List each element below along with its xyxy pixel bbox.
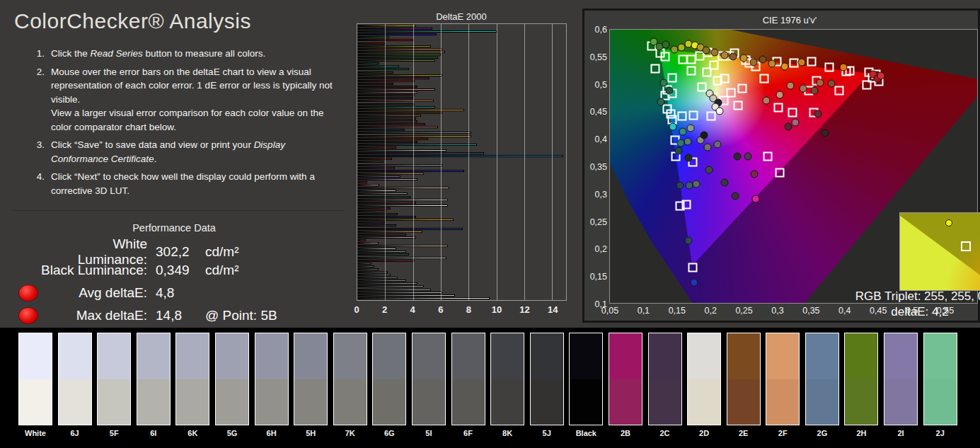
deltae-error-bar[interactable] <box>357 117 416 120</box>
deltae-error-bar[interactable] <box>357 292 442 294</box>
deltae-error-bar[interactable] <box>357 213 398 215</box>
deltae-error-bar[interactable] <box>357 68 409 70</box>
deltae-error-bar[interactable] <box>357 263 371 265</box>
deltae-error-bar[interactable] <box>357 28 432 30</box>
comparator-swatch[interactable]: 2E <box>727 333 761 440</box>
deltae-error-bar[interactable] <box>357 280 406 282</box>
comparator-swatch[interactable]: 5F <box>97 333 131 440</box>
deltae-error-bar[interactable] <box>357 88 435 91</box>
deltae-error-bar[interactable] <box>357 285 424 287</box>
deltae-error-bar[interactable] <box>357 51 445 53</box>
deltae-error-bar[interactable] <box>357 268 379 270</box>
deltae-error-bar[interactable] <box>357 141 417 143</box>
deltae-error-bar[interactable] <box>357 144 477 146</box>
comparator-swatch[interactable]: 6H <box>255 333 289 440</box>
deltae-error-bar[interactable] <box>357 77 430 79</box>
deltae-error-bar[interactable] <box>357 54 441 56</box>
deltae-error-bar[interactable] <box>357 219 454 221</box>
deltae-error-bar[interactable] <box>357 152 484 154</box>
deltae-error-bar[interactable] <box>357 33 437 35</box>
deltae-error-bar[interactable] <box>357 173 424 175</box>
deltae-error-bar[interactable] <box>357 129 405 131</box>
deltae-error-bar[interactable] <box>357 94 415 96</box>
deltae-error-bar[interactable] <box>357 245 448 247</box>
deltae-error-bar[interactable] <box>357 48 442 50</box>
deltae-error-bar[interactable] <box>357 62 379 64</box>
deltae-error-bar[interactable] <box>357 228 463 230</box>
deltae-error-bar[interactable] <box>357 251 406 253</box>
deltae-error-bar[interactable] <box>357 210 386 212</box>
deltae-error-bar[interactable] <box>357 248 396 250</box>
deltae-error-bar[interactable] <box>357 86 417 88</box>
deltae-error-bar[interactable] <box>357 115 421 117</box>
deltae-error-bar[interactable] <box>357 196 410 198</box>
comparator-swatch[interactable]: Black <box>569 333 603 440</box>
deltae-error-bar[interactable] <box>357 123 425 125</box>
comparator-swatch[interactable]: 6G <box>372 333 406 440</box>
deltae-error-bar[interactable] <box>357 187 449 189</box>
deltae-error-bar[interactable] <box>357 265 374 268</box>
deltae-error-bar[interactable] <box>357 176 400 178</box>
deltae-error-bar[interactable] <box>357 207 391 209</box>
comparator-swatch[interactable]: 2I <box>884 333 918 440</box>
comparator-swatch[interactable]: 5H <box>294 333 328 440</box>
deltae-error-bar[interactable] <box>357 224 396 226</box>
deltae-error-bar[interactable] <box>357 205 448 207</box>
comparator-swatch[interactable]: 2D <box>687 333 721 440</box>
deltae-error-bar[interactable] <box>357 109 464 111</box>
deltae-error-bar[interactable] <box>357 222 385 224</box>
deltae-error-bar[interactable] <box>357 260 415 262</box>
comparator-swatch[interactable]: 2J <box>923 333 957 440</box>
deltae-error-bar[interactable] <box>357 36 389 38</box>
deltae-error-bar[interactable] <box>357 30 497 33</box>
deltae-error-bar[interactable] <box>357 132 471 134</box>
deltae-error-bar[interactable] <box>357 158 392 160</box>
deltae-error-bar[interactable] <box>357 202 416 204</box>
deltae-error-bar[interactable] <box>357 120 417 122</box>
deltae-error-bar[interactable] <box>357 74 442 76</box>
comparator-swatch[interactable]: White <box>18 333 52 440</box>
deltae-error-bar[interactable] <box>357 216 416 218</box>
deltae-error-bar[interactable] <box>357 42 385 45</box>
deltae-error-bar[interactable] <box>357 91 417 93</box>
deltae-error-bar[interactable] <box>357 257 446 259</box>
deltae-error-bar[interactable] <box>357 282 417 285</box>
deltae-error-bar[interactable] <box>357 164 442 166</box>
comparator-swatch[interactable]: 2F <box>766 333 800 440</box>
deltae-error-bar[interactable] <box>357 271 388 273</box>
deltae-error-bar[interactable] <box>357 277 398 279</box>
deltae-error-bar[interactable] <box>357 181 367 183</box>
comparator-swatch[interactable]: 2C <box>648 333 682 440</box>
deltae-error-bar[interactable] <box>357 253 409 255</box>
deltae-error-bar[interactable] <box>357 274 391 276</box>
deltae-error-bar[interactable] <box>357 294 455 297</box>
deltae-error-bar[interactable] <box>357 149 446 151</box>
deltae-error-bar[interactable] <box>357 80 415 82</box>
deltae-error-bar[interactable] <box>357 239 366 241</box>
deltae-error-bar[interactable] <box>357 155 563 157</box>
deltae-error-bar[interactable] <box>357 184 379 186</box>
comparator-swatch[interactable]: 5I <box>412 333 446 440</box>
comparator-swatch[interactable]: 7K <box>333 333 367 440</box>
comparator-swatch[interactable]: 2G <box>805 333 839 440</box>
deltae-error-bar[interactable] <box>357 57 438 59</box>
deltae-error-bar[interactable] <box>357 193 408 195</box>
deltae-error-bar[interactable] <box>357 106 435 108</box>
deltae-error-bar[interactable] <box>357 167 395 169</box>
comparator-swatch[interactable]: 5G <box>215 333 249 440</box>
deltae-error-bar[interactable] <box>357 190 396 192</box>
deltae-error-bar[interactable] <box>357 135 471 137</box>
deltae-error-bar[interactable] <box>357 103 415 105</box>
deltae-error-bar[interactable] <box>357 100 434 102</box>
comparator-swatch[interactable]: 5J <box>530 333 564 440</box>
deltae-error-bar[interactable] <box>357 289 431 291</box>
deltae-error-bar[interactable] <box>357 83 393 85</box>
comparator-swatch[interactable]: 6K <box>175 333 209 440</box>
deltae-error-bar[interactable] <box>357 25 416 27</box>
comparator-swatch[interactable]: 8K <box>490 333 524 440</box>
deltae-error-bar[interactable] <box>357 242 379 244</box>
deltae-error-bar[interactable] <box>357 39 413 41</box>
deltae-error-bar[interactable] <box>357 199 448 201</box>
deltae-error-bar[interactable] <box>357 126 438 128</box>
comparator-swatch[interactable]: 6I <box>137 333 171 440</box>
